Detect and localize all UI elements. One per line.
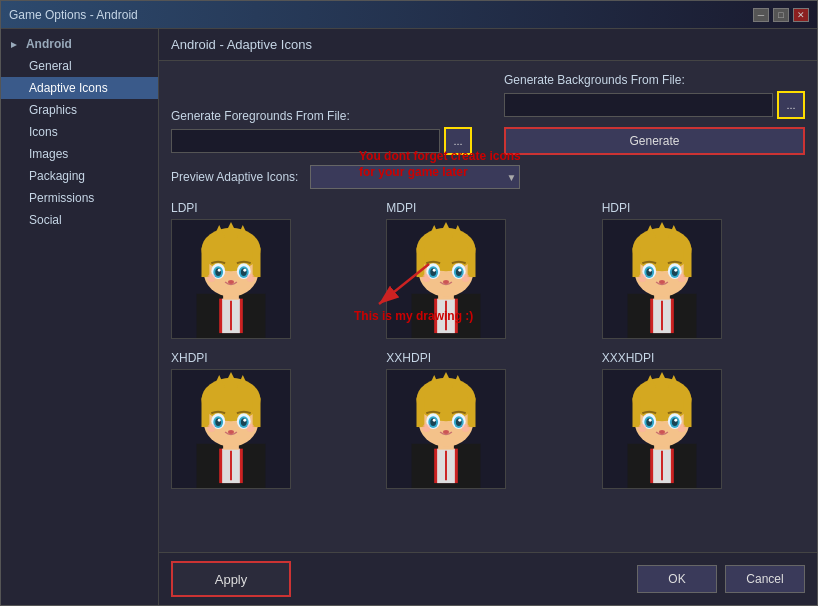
xxxhdpi-label: XXXHDPI bbox=[602, 351, 655, 365]
main-window: Game Options - Android ─ □ ✕ Android Gen… bbox=[0, 0, 818, 606]
svg-point-91 bbox=[247, 424, 255, 432]
window-controls: ─ □ ✕ bbox=[753, 8, 809, 22]
svg-point-114 bbox=[462, 424, 470, 432]
ok-button[interactable]: OK bbox=[637, 565, 717, 593]
svg-point-42 bbox=[433, 269, 436, 272]
svg-point-23 bbox=[228, 280, 234, 284]
svg-marker-80 bbox=[225, 372, 237, 384]
ldpi-preview bbox=[171, 219, 291, 339]
svg-point-68 bbox=[677, 274, 685, 282]
svg-rect-9 bbox=[253, 248, 261, 278]
background-input[interactable] bbox=[504, 93, 773, 117]
svg-point-76 bbox=[202, 378, 261, 421]
xxhdpi-preview bbox=[386, 369, 506, 489]
background-input-row: ... bbox=[504, 91, 805, 119]
svg-marker-34 bbox=[440, 222, 452, 234]
svg-point-122 bbox=[632, 378, 691, 421]
bottom-right-buttons: OK Cancel bbox=[637, 565, 805, 593]
xhdpi-preview bbox=[171, 369, 291, 489]
sidebar-item-packaging[interactable]: Packaging bbox=[1, 165, 158, 187]
svg-point-30 bbox=[417, 228, 476, 271]
svg-point-92 bbox=[228, 430, 234, 434]
svg-point-65 bbox=[648, 269, 651, 272]
mdpi-icon-svg bbox=[387, 220, 505, 338]
svg-point-134 bbox=[648, 419, 651, 422]
background-group: Generate Backgrounds From File: ... Gene… bbox=[504, 73, 805, 155]
annotation-note-1: You dont forget create icons for your ga… bbox=[359, 149, 539, 180]
xxhdpi-icon-svg bbox=[387, 370, 505, 488]
window-title: Game Options - Android bbox=[9, 8, 138, 22]
sidebar-item-social[interactable]: Social bbox=[1, 209, 158, 231]
svg-rect-8 bbox=[202, 248, 210, 278]
window-content: Android General Adaptive Icons Graphics … bbox=[1, 29, 817, 605]
icon-cell-ldpi: LDPI bbox=[171, 201, 374, 339]
xxxhdpi-icon-svg bbox=[603, 370, 721, 488]
sidebar-section-android: Android bbox=[1, 33, 158, 55]
sidebar: Android General Adaptive Icons Graphics … bbox=[1, 29, 159, 605]
hdpi-icon-svg bbox=[603, 220, 721, 338]
svg-point-112 bbox=[459, 419, 462, 422]
svg-point-67 bbox=[638, 274, 646, 282]
svg-rect-78 bbox=[253, 398, 261, 428]
svg-point-45 bbox=[462, 274, 470, 282]
svg-marker-103 bbox=[440, 372, 452, 384]
svg-rect-123 bbox=[632, 398, 640, 428]
svg-point-19 bbox=[218, 269, 221, 272]
background-label: Generate Backgrounds From File: bbox=[504, 73, 805, 87]
svg-point-113 bbox=[423, 424, 431, 432]
svg-rect-101 bbox=[468, 398, 476, 428]
apply-button[interactable]: Apply bbox=[171, 561, 291, 597]
svg-point-90 bbox=[207, 424, 215, 432]
svg-point-115 bbox=[443, 430, 449, 434]
svg-point-99 bbox=[417, 378, 476, 421]
ldpi-label: LDPI bbox=[171, 201, 198, 215]
sidebar-item-images[interactable]: Images bbox=[1, 143, 158, 165]
svg-point-111 bbox=[433, 419, 436, 422]
svg-point-69 bbox=[659, 280, 665, 284]
sidebar-item-icons[interactable]: Icons bbox=[1, 121, 158, 143]
minimize-button[interactable]: ─ bbox=[753, 8, 769, 22]
icon-cell-xhdpi: XHDPI bbox=[171, 351, 374, 489]
svg-rect-77 bbox=[202, 398, 210, 428]
main-panel: Android - Adaptive Icons Generate Foregr… bbox=[159, 29, 817, 605]
svg-point-89 bbox=[243, 419, 246, 422]
panel-title: Android - Adaptive Icons bbox=[171, 37, 312, 52]
svg-rect-54 bbox=[632, 248, 640, 278]
svg-point-136 bbox=[638, 424, 646, 432]
sidebar-item-general[interactable]: General bbox=[1, 55, 158, 77]
svg-marker-126 bbox=[656, 372, 668, 384]
svg-point-21 bbox=[207, 274, 215, 282]
xhdpi-label: XHDPI bbox=[171, 351, 208, 365]
close-button[interactable]: ✕ bbox=[793, 8, 809, 22]
svg-rect-100 bbox=[417, 398, 425, 428]
maximize-button[interactable]: □ bbox=[773, 8, 789, 22]
svg-point-138 bbox=[659, 430, 665, 434]
cancel-button[interactable]: Cancel bbox=[725, 565, 805, 593]
xxhdpi-label: XXHDPI bbox=[386, 351, 431, 365]
background-browse-button[interactable]: ... bbox=[777, 91, 805, 119]
sidebar-item-permissions[interactable]: Permissions bbox=[1, 187, 158, 209]
expand-icon bbox=[9, 40, 19, 50]
svg-point-88 bbox=[218, 419, 221, 422]
svg-marker-11 bbox=[225, 222, 237, 234]
icon-cell-xxhdpi: XXHDPI bbox=[386, 351, 589, 489]
preview-label: Preview Adaptive Icons: bbox=[171, 170, 298, 184]
ldpi-icon-svg bbox=[172, 220, 290, 338]
sidebar-item-adaptive-icons[interactable]: Adaptive Icons bbox=[1, 77, 158, 99]
svg-point-53 bbox=[632, 228, 691, 271]
svg-marker-57 bbox=[656, 222, 668, 234]
svg-point-66 bbox=[674, 269, 677, 272]
xxxhdpi-preview bbox=[602, 369, 722, 489]
svg-point-43 bbox=[459, 269, 462, 272]
svg-rect-55 bbox=[683, 248, 691, 278]
panel-header: Android - Adaptive Icons bbox=[159, 29, 817, 61]
mdpi-preview bbox=[386, 219, 506, 339]
icon-cell-xxxhdpi: XXXHDPI bbox=[602, 351, 805, 489]
svg-rect-124 bbox=[683, 398, 691, 428]
svg-point-7 bbox=[202, 228, 261, 271]
bottom-bar: Apply OK Cancel bbox=[159, 552, 817, 605]
generate-button[interactable]: Generate bbox=[504, 127, 805, 155]
sidebar-item-graphics[interactable]: Graphics bbox=[1, 99, 158, 121]
xhdpi-icon-svg bbox=[172, 370, 290, 488]
mdpi-label: MDPI bbox=[386, 201, 416, 215]
